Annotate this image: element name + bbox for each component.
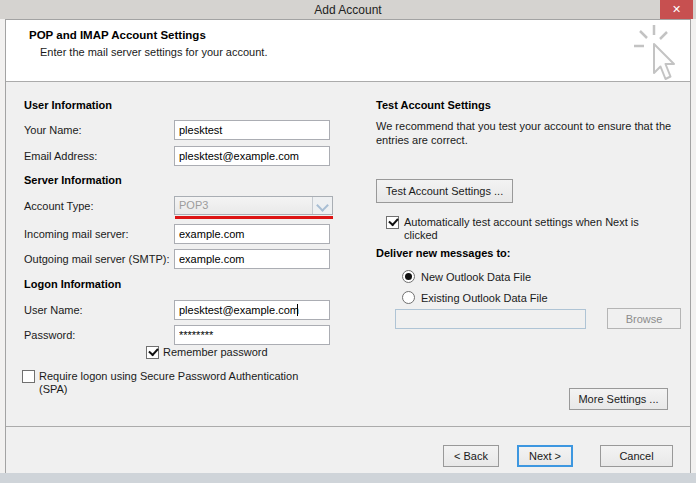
- data-file-path-input[interactable]: [395, 309, 586, 329]
- auto-test-label: Automatically test account settings when…: [404, 216, 660, 242]
- existing-data-file-radio[interactable]: [402, 291, 415, 304]
- section-test-account-settings: Test Account Settings: [376, 99, 491, 111]
- dropdown-arrow-button[interactable]: [312, 197, 332, 214]
- email-address-input[interactable]: [174, 146, 330, 166]
- window-frame-bottom: [0, 473, 696, 483]
- test-account-settings-button[interactable]: Test Account Settings ...: [376, 179, 513, 203]
- outgoing-server-label: Outgoing mail server (SMTP):: [24, 253, 169, 265]
- page-subtitle: Enter the mail server settings for your …: [40, 46, 267, 58]
- new-data-file-radio[interactable]: [402, 270, 415, 283]
- close-icon: ✕: [672, 3, 681, 15]
- remember-password-checkbox[interactable]: [146, 346, 159, 359]
- text-caret: [297, 304, 298, 316]
- logon-user-name-input[interactable]: [174, 300, 330, 320]
- section-server-information: Server Information: [24, 174, 122, 186]
- existing-data-file-label: Existing Outlook Data File: [421, 292, 548, 304]
- logon-user-name-label: User Name:: [24, 304, 83, 316]
- remember-password-label: Remember password: [163, 346, 268, 358]
- new-data-file-label: New Outlook Data File: [421, 271, 531, 283]
- radio-dot-icon: [405, 273, 412, 280]
- your-name-input[interactable]: [174, 120, 330, 140]
- section-deliver-new-messages: Deliver new messages to:: [376, 247, 511, 259]
- window-frame-right: [691, 19, 696, 473]
- section-user-information: User Information: [24, 99, 112, 111]
- checkmark-icon: [148, 346, 158, 357]
- account-type-value: POP3: [179, 199, 208, 211]
- red-underline-annotation: [175, 216, 333, 219]
- click-cursor-icon: [632, 24, 688, 86]
- email-address-label: Email Address:: [24, 150, 97, 162]
- cancel-button[interactable]: Cancel: [600, 445, 673, 467]
- test-description: We recommend that you test your account …: [376, 119, 678, 147]
- close-button[interactable]: ✕: [660, 0, 693, 19]
- account-type-label: Account Type:: [24, 200, 94, 212]
- browse-button[interactable]: Browse: [607, 308, 681, 329]
- your-name-label: Your Name:: [24, 124, 82, 136]
- checkmark-icon: [388, 216, 398, 227]
- incoming-server-input[interactable]: [174, 224, 330, 244]
- back-button[interactable]: < Back: [443, 445, 499, 467]
- window-title: Add Account: [0, 3, 696, 17]
- section-logon-information: Logon Information: [24, 278, 121, 290]
- password-label: Password:: [24, 329, 75, 341]
- account-type-dropdown[interactable]: POP3: [174, 196, 333, 215]
- footer-band: [6, 426, 690, 473]
- password-input[interactable]: [174, 325, 330, 345]
- spa-label: Require logon using Secure Password Auth…: [39, 370, 327, 396]
- next-button[interactable]: Next >: [517, 445, 573, 467]
- incoming-server-label: Incoming mail server:: [24, 228, 129, 240]
- page-title: POP and IMAP Account Settings: [29, 29, 206, 41]
- spa-checkbox[interactable]: [22, 370, 35, 383]
- chevron-down-icon: [316, 199, 329, 212]
- outgoing-server-input[interactable]: [174, 249, 330, 269]
- auto-test-checkbox[interactable]: [386, 216, 399, 229]
- more-settings-button[interactable]: More Settings ...: [569, 388, 668, 410]
